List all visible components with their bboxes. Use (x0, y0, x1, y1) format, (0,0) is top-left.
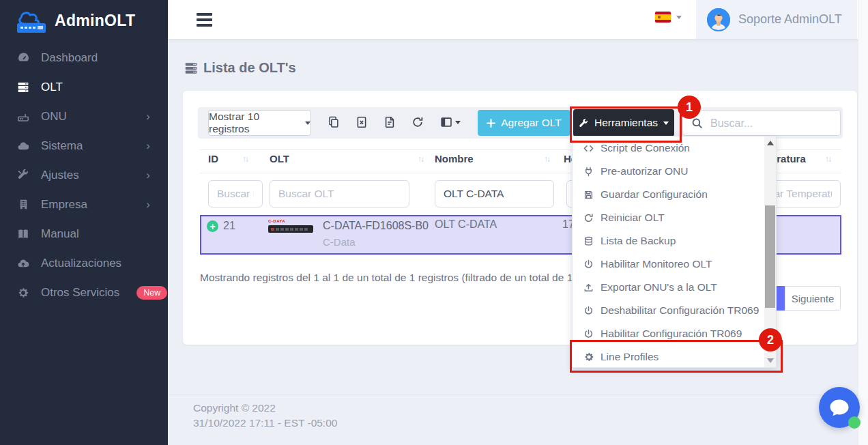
menu-item-deshabilitar-configuracion-tr069[interactable]: Deshabilitar Configuración TR069 (573, 299, 762, 322)
cell-olt-brand: C-Data (323, 236, 356, 248)
search-icon (691, 117, 703, 129)
copy-button[interactable] (325, 113, 343, 131)
add-olt-label: Agregar OLT (501, 117, 561, 129)
footer-copyright: Copyright © 2022 (193, 402, 276, 414)
column-visibility-button[interactable] (437, 113, 464, 131)
server-icon (184, 61, 198, 75)
database-icon (583, 236, 594, 246)
cloud-upload-icon (16, 257, 30, 270)
sidebar-item-onu[interactable]: ONU › (0, 102, 168, 131)
gears-icon (583, 351, 594, 362)
sidebar-item-actualizaciones[interactable]: Actualizaciones (0, 248, 168, 278)
table-search (682, 110, 841, 136)
brand-logo[interactable]: AdminOLT (15, 7, 135, 34)
power-icon (583, 329, 594, 339)
column-header-id[interactable]: ID (208, 153, 248, 164)
export-file-button[interactable] (381, 113, 399, 131)
server-icon (16, 81, 30, 94)
column-label: ID (208, 153, 218, 164)
filter-olt-input[interactable] (270, 180, 409, 207)
table-summary: Mostrando registros del 1 al 1 de un tot… (200, 272, 625, 284)
page-scrollbar[interactable] (858, 0, 868, 445)
scrollbar-thumb[interactable] (765, 205, 775, 308)
tools-button[interactable]: Herramientas (573, 109, 674, 137)
menu-item-line-profiles[interactable]: Line Profiles (573, 345, 762, 369)
gauge-icon (16, 51, 30, 64)
app-window: AdminOLT Dashboard OLT ONU › Siste (0, 0, 868, 445)
sidebar-item-dashboard[interactable]: Dashboard (0, 43, 168, 72)
filter-nombre-input[interactable] (435, 180, 554, 207)
sidebar-item-label: Ajustes (41, 169, 79, 182)
menu-item-script-de-conexion[interactable]: Script de Conexión (573, 137, 762, 160)
sort-icon (418, 154, 423, 164)
columns-icon (440, 116, 452, 128)
plug-icon (583, 167, 594, 177)
book-icon (16, 228, 30, 240)
sidebar-item-ajustes[interactable]: Ajustes › (0, 160, 168, 190)
menu-item-label: Deshabilitar Configuración TR069 (601, 304, 759, 317)
router-icon (16, 111, 30, 123)
annotation-step-1: 1 (678, 96, 701, 119)
filter-id-input[interactable] (208, 180, 263, 207)
chevron-right-icon: › (146, 111, 150, 122)
menu-item-label: Lista de Backup (601, 235, 676, 247)
menu-item-label: Habilitar Monitoreo OLT (601, 258, 712, 270)
menu-item-label: Habilitar Configuración TR069 (601, 328, 742, 340)
tools-dropdown-menu: Script de Conexión Pre-autorizar ONU Gua… (572, 136, 777, 368)
caret-down-icon (455, 121, 461, 124)
cell-olt-model: C-DATA-FD1608S-B0 (323, 220, 429, 232)
menu-item-label: Guardar Configuración (601, 188, 708, 201)
chevron-right-icon: › (146, 169, 150, 181)
brand-name: AdminOLT (55, 12, 135, 30)
menu-item-lista-de-backup[interactable]: Lista de Backup (573, 229, 762, 253)
column-label: Nombre (435, 153, 474, 164)
sidebar-item-label: Manual (41, 227, 79, 241)
menu-item-label: Line Profiles (601, 351, 659, 363)
sort-icon (242, 154, 248, 164)
sidebar-item-olt[interactable]: OLT (0, 72, 168, 102)
menu-item-label: Reiniciar OLT (601, 212, 665, 224)
expand-row-button[interactable]: + (207, 220, 218, 232)
tools-label: Herramientas (594, 117, 658, 129)
menu-item-pre-autorizar-onu[interactable]: Pre-autorizar ONU (573, 160, 762, 183)
menu-item-label: Exportar ONU's a la OLT (601, 281, 717, 293)
scroll-down-icon[interactable] (767, 358, 774, 363)
sidebar-item-sistema[interactable]: Sistema › (0, 131, 168, 160)
menu-item-reiniciar-olt[interactable]: Reiniciar OLT (573, 206, 762, 229)
footer-datetime: 31/10/2022 17:11 - EST -05:00 (193, 417, 337, 429)
menu-item-label: Pre-autorizar ONU (601, 165, 688, 177)
export-excel-button[interactable] (353, 113, 371, 131)
menu-item-habilitar-configuracion-tr069[interactable]: Habilitar Configuración TR069 (573, 322, 762, 345)
online-status-dot (848, 416, 860, 429)
chevron-right-icon: › (146, 199, 150, 210)
sidebar-item-manual[interactable]: Manual (0, 219, 168, 248)
spain-flag-icon (655, 12, 671, 23)
olt-device-image: C-DATA (268, 219, 313, 233)
menu-item-habilitar-monitoreo-olt[interactable]: Habilitar Monitoreo OLT (573, 253, 762, 276)
caret-down-icon (663, 121, 669, 125)
sidebar: AdminOLT Dashboard OLT ONU › Siste (0, 0, 168, 445)
add-olt-button[interactable]: Agregar OLT (478, 110, 570, 136)
save-icon (583, 190, 594, 200)
menu-item-exportar-onus-a-la-olt[interactable]: Exportar ONU's a la OLT (573, 276, 762, 299)
language-selector[interactable] (655, 12, 682, 23)
sidebar-item-empresa[interactable]: Empresa › (0, 190, 168, 219)
reload-table-button[interactable] (409, 113, 426, 131)
column-header-nombre[interactable]: Nombre (435, 153, 549, 164)
menu-item-guardar-configuracion[interactable]: Guardar Configuración (573, 183, 762, 206)
excel-file-icon (356, 116, 368, 128)
sidebar-item-label: Empresa (41, 198, 87, 212)
column-header-olt[interactable]: OLT (270, 153, 423, 164)
refresh-icon (411, 116, 424, 128)
hamburger-menu-icon[interactable] (197, 13, 212, 27)
sort-icon (544, 154, 549, 164)
search-input[interactable] (709, 111, 835, 136)
sidebar-item-otros-servicios[interactable]: Otros Servicios New (0, 278, 168, 307)
code-icon (583, 143, 594, 154)
user-menu[interactable]: Soporte AdminOLT (696, 0, 857, 39)
show-entries-dropdown[interactable]: Mostrar 10 registros (208, 110, 311, 136)
pagination-next-button[interactable]: Siguiente (785, 286, 841, 311)
file-text-icon (384, 116, 396, 128)
user-name: Soporte AdminOLT (738, 12, 842, 27)
scroll-up-icon[interactable] (767, 141, 774, 145)
